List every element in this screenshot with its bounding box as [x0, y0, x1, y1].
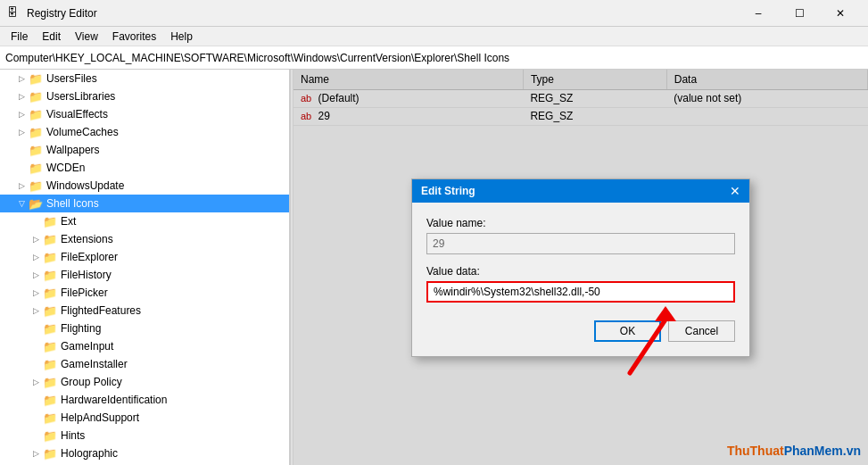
main-content: ▷ 📁 UsersFiles ▷ 📁 UsersLibraries ▷ 📁 Vi… — [0, 70, 868, 465]
tree-item-fileexplorer[interactable]: ▷ 📁 FileExplorer — [0, 248, 289, 266]
folder-icon: 📁 — [43, 304, 57, 318]
folder-icon: 📁 — [43, 447, 57, 461]
folder-icon: 📁 — [29, 162, 43, 175]
folder-icon: 📁 — [43, 411, 57, 425]
address-path: Computer\HKEY_LOCAL_MACHINE\SOFTWARE\Mic… — [5, 52, 509, 64]
title-bar: 🗄 Registry Editor – ☐ ✕ — [0, 0, 868, 27]
edit-string-dialog: Edit String ✕ Value name: Value data: OK… — [411, 179, 750, 357]
tree-item-extensions[interactable]: ▷ 📁 Extensions — [0, 230, 289, 248]
close-button[interactable]: ✕ — [820, 0, 861, 27]
dialog-title-bar: Edit String ✕ — [412, 179, 749, 203]
tree-item-hardwareid[interactable]: ▷ 📁 HardwareIdentification — [0, 391, 289, 409]
tree-label: GameInstaller — [61, 358, 128, 370]
tree-label: Hints — [61, 429, 85, 442]
tree-item-gameinput[interactable]: ▷ 📁 GameInput — [0, 337, 289, 355]
tree-label: Group Policy — [61, 376, 122, 388]
tree-item-visualeffects[interactable]: ▷ 📁 VisualEffects — [0, 105, 289, 123]
right-panel: Name Type Data ab (Default) REG_SZ (valu… — [293, 70, 868, 465]
dialog-title: Edit String — [421, 185, 475, 197]
folder-icon: 📁 — [29, 72, 43, 86]
folder-icon: 📁 — [43, 340, 57, 353]
menu-view[interactable]: View — [68, 27, 105, 46]
folder-icon: 📁 — [29, 108, 43, 121]
tree-item-flightedfeatures[interactable]: ▷ 📁 FlightedFeatures — [0, 302, 289, 320]
tree-label: VolumeCaches — [46, 126, 119, 138]
menu-help[interactable]: Help — [163, 27, 200, 46]
tree-item-filepicker[interactable]: ▷ 📁 FilePicker — [0, 284, 289, 302]
tree-label: VisualEffects — [46, 108, 108, 120]
folder-icon: 📁 — [43, 215, 57, 228]
tree-item-shell-icons[interactable]: ▽ 📂 Shell Icons — [0, 195, 289, 212]
folder-icon: 📁 — [43, 376, 57, 389]
dialog-overlay: Edit String ✕ Value name: Value data: OK… — [293, 70, 868, 465]
tree-item-volumecaches[interactable]: ▷ 📁 VolumeCaches — [0, 123, 289, 141]
tree-label: UsersLibraries — [46, 90, 115, 103]
tree-label: FilePicker — [61, 286, 108, 299]
folder-icon: 📁 — [43, 233, 57, 246]
tree-label: Wallpapers — [46, 144, 100, 156]
tree-label: FlightedFeatures — [61, 304, 141, 317]
tree-item-usersfiles[interactable]: ▷ 📁 UsersFiles — [0, 70, 289, 87]
window-controls: – ☐ ✕ — [738, 0, 861, 27]
app-title: Registry Editor — [27, 7, 97, 20]
value-name-input[interactable] — [426, 233, 735, 254]
title-bar-left: 🗄 Registry Editor — [7, 6, 97, 21]
value-data-label: Value data: — [426, 265, 735, 278]
tree-item-ext[interactable]: ▷ 📁 Ext — [0, 212, 289, 230]
folder-icon: 📁 — [43, 286, 57, 300]
tree-label: HardwareIdentification — [61, 394, 167, 406]
dialog-buttons: OK Cancel — [426, 320, 735, 342]
folder-icon: 📂 — [29, 197, 43, 211]
tree-item-grouppolicy[interactable]: ▷ 📁 Group Policy — [0, 373, 289, 391]
tree-label: FileHistory — [61, 269, 112, 281]
value-data-input[interactable] — [426, 281, 735, 303]
tree-item-hints[interactable]: ▷ 📁 Hints — [0, 427, 289, 444]
tree-label: WCDEn — [46, 162, 85, 174]
dialog-close-button[interactable]: ✕ — [730, 185, 740, 197]
tree-label: Shell Icons — [46, 197, 99, 210]
menu-edit[interactable]: Edit — [35, 27, 68, 46]
tree-item-filehistory[interactable]: ▷ 📁 FileHistory — [0, 266, 289, 284]
ok-button[interactable]: OK — [594, 320, 661, 342]
folder-icon: 📁 — [43, 322, 57, 336]
folder-icon: 📁 — [29, 144, 43, 157]
tree-label: HelpAndSupport — [61, 411, 139, 424]
menu-bar: File Edit View Favorites Help — [0, 27, 868, 46]
menu-favorites[interactable]: Favorites — [105, 27, 163, 46]
tree-panel[interactable]: ▷ 📁 UsersFiles ▷ 📁 UsersLibraries ▷ 📁 Vi… — [0, 70, 290, 465]
tree-label: WindowsUpdate — [46, 179, 124, 192]
folder-icon: 📁 — [29, 90, 43, 104]
tree-item-userslibraries[interactable]: ▷ 📁 UsersLibraries — [0, 87, 289, 105]
tree-label: UsersFiles — [46, 72, 97, 85]
folder-icon: 📁 — [43, 251, 57, 264]
menu-file[interactable]: File — [4, 27, 35, 46]
tree-item-windowsupdate[interactable]: ▷ 📁 WindowsUpdate — [0, 177, 289, 195]
tree-item-holographic[interactable]: ▷ 📁 Holographic — [0, 444, 289, 462]
tree-item-wcden[interactable]: ▷ 📁 WCDEn — [0, 159, 289, 177]
tree-item-helpandsupport[interactable]: ▷ 📁 HelpAndSupport — [0, 409, 289, 427]
folder-icon: 📁 — [29, 126, 43, 139]
folder-icon: 📁 — [43, 358, 57, 371]
tree-item-wallpapers[interactable]: ▷ 📁 Wallpapers — [0, 141, 289, 159]
address-bar: Computer\HKEY_LOCAL_MACHINE\SOFTWARE\Mic… — [0, 46, 868, 70]
cancel-button[interactable]: Cancel — [668, 320, 735, 342]
tree-label: FileExplorer — [61, 251, 118, 263]
dialog-body: Value name: Value data: OK Cancel — [412, 203, 749, 356]
folder-icon: 📁 — [43, 269, 57, 282]
folder-icon: 📁 — [29, 179, 43, 193]
tree-label: Ext — [61, 215, 76, 228]
tree-item-gameinstaller[interactable]: ▷ 📁 GameInstaller — [0, 355, 289, 373]
app-icon: 🗄 — [7, 6, 21, 21]
minimize-button[interactable]: – — [738, 0, 779, 27]
tree-label: Flighting — [61, 322, 101, 335]
tree-label: Extensions — [61, 233, 113, 245]
folder-icon: 📁 — [43, 429, 57, 443]
folder-icon: 📁 — [43, 394, 57, 407]
tree-label: GameInput — [61, 340, 113, 353]
value-name-label: Value name: — [426, 217, 735, 229]
tree-label: Holographic — [61, 447, 118, 460]
maximize-button[interactable]: ☐ — [779, 0, 820, 27]
tree-item-flighting[interactable]: ▷ 📁 Flighting — [0, 320, 289, 337]
